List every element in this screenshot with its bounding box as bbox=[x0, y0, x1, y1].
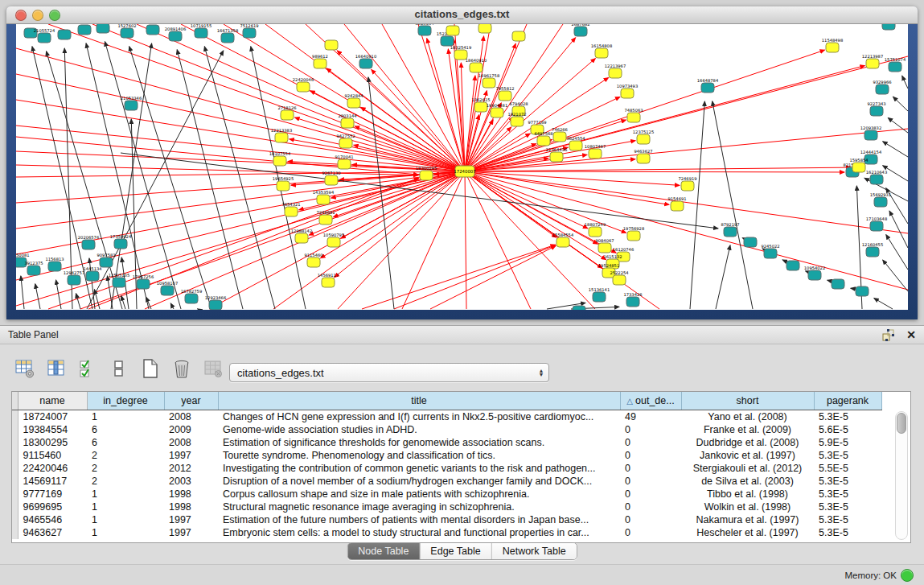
network-node[interactable] bbox=[470, 63, 483, 72]
delete-trash-icon[interactable] bbox=[171, 358, 192, 379]
network-node[interactable] bbox=[277, 181, 290, 191]
cell-year[interactable]: 2012 bbox=[164, 462, 218, 475]
network-node[interactable] bbox=[341, 118, 354, 128]
cell-name[interactable]: 22420046 bbox=[18, 462, 87, 475]
network-node[interactable] bbox=[209, 300, 222, 310]
network-canvas[interactable]: 2105572410653287152760284661602089140610… bbox=[16, 24, 908, 310]
float-panel-icon[interactable] bbox=[881, 328, 895, 342]
cell-name[interactable]: 9463627 bbox=[18, 526, 87, 539]
column-header-name[interactable]: name bbox=[18, 392, 87, 410]
network-node[interactable] bbox=[627, 113, 640, 122]
cell-in_degree[interactable]: 1 bbox=[87, 526, 164, 539]
cell-out_degree[interactable]: 0 bbox=[620, 501, 681, 513]
table-row[interactable]: 1830029562008Estimation of significance … bbox=[12, 436, 881, 449]
cell-short[interactable]: Nakamura et al. (1997) bbox=[681, 513, 814, 526]
cell-name[interactable]: 19384554 bbox=[18, 423, 87, 436]
tab-network-table[interactable]: Network Table bbox=[492, 543, 577, 559]
network-node[interactable] bbox=[826, 43, 839, 52]
cell-year[interactable]: 1998 bbox=[164, 501, 218, 513]
cell-out_degree[interactable]: 0 bbox=[620, 513, 681, 526]
network-node[interactable] bbox=[273, 156, 286, 166]
cell-pagerank[interactable]: 5.3E-5 bbox=[814, 449, 881, 462]
network-node[interactable] bbox=[589, 227, 602, 237]
window-titlebar[interactable]: citations_edges.txt bbox=[6, 6, 918, 24]
table-row[interactable]: 977716911998Corpus callosum shape and si… bbox=[12, 488, 881, 501]
network-node[interactable] bbox=[146, 25, 159, 35]
network-node[interactable] bbox=[420, 171, 433, 180]
cell-pagerank[interactable]: 5.3E-5 bbox=[814, 475, 881, 488]
cell-pagerank[interactable]: 5.3E-5 bbox=[814, 526, 881, 539]
network-node[interactable] bbox=[637, 154, 650, 163]
cell-in_degree[interactable]: 1 bbox=[87, 513, 164, 526]
network-node[interactable] bbox=[856, 286, 869, 296]
network-node[interactable] bbox=[317, 195, 330, 204]
network-node[interactable] bbox=[418, 26, 431, 35]
network-node[interactable] bbox=[874, 197, 887, 207]
cell-in_degree[interactable]: 2 bbox=[87, 475, 164, 488]
network-node[interactable] bbox=[297, 82, 310, 92]
cell-title[interactable]: Estimation of the future numbers of pati… bbox=[218, 513, 620, 526]
network-node[interactable] bbox=[808, 270, 821, 280]
cell-title[interactable]: Estimation of significance thresholds fo… bbox=[218, 436, 620, 449]
scrollbar-thumb[interactable] bbox=[897, 413, 906, 434]
cell-pagerank[interactable]: 5.3E-5 bbox=[814, 513, 881, 526]
cell-name[interactable]: 18300295 bbox=[18, 436, 87, 449]
network-node[interactable] bbox=[744, 237, 757, 247]
network-node[interactable] bbox=[786, 261, 799, 270]
cell-pagerank[interactable]: 5.3E-5 bbox=[814, 410, 881, 424]
cell-pagerank[interactable]: 5.3E-5 bbox=[814, 488, 881, 501]
network-node[interactable] bbox=[281, 110, 294, 120]
network-node[interactable] bbox=[319, 215, 332, 225]
cell-title[interactable]: Corpus callosum shape and size in male p… bbox=[218, 488, 620, 501]
cell-short[interactable]: Hescheler et al. (1997) bbox=[681, 526, 814, 539]
cell-in_degree[interactable]: 1 bbox=[87, 410, 164, 424]
network-node[interactable] bbox=[325, 175, 338, 185]
network-node[interactable] bbox=[609, 68, 622, 78]
column-header-pagerank[interactable]: pagerank bbox=[814, 392, 881, 410]
network-node[interactable] bbox=[870, 175, 883, 184]
table-row[interactable]: 946362711997Embryonic stem cells: a mode… bbox=[12, 526, 881, 539]
cell-in_degree[interactable]: 6 bbox=[87, 423, 164, 436]
cell-name[interactable]: 9465546 bbox=[18, 513, 87, 526]
cell-year[interactable]: 1998 bbox=[164, 488, 218, 501]
memory-status-indicator[interactable] bbox=[901, 569, 914, 582]
close-window-button[interactable] bbox=[15, 10, 27, 21]
table-row[interactable]: 969969511998Structural magnetic resonanc… bbox=[12, 501, 881, 513]
network-node[interactable] bbox=[325, 40, 338, 50]
cell-short[interactable]: de Silva et al. (2003) bbox=[681, 475, 814, 488]
cell-name[interactable]: 18724007 bbox=[18, 410, 87, 424]
network-node[interactable] bbox=[876, 84, 889, 94]
network-node[interactable] bbox=[307, 257, 320, 267]
cell-title[interactable]: Changes of HCN gene expression and I(f) … bbox=[218, 410, 620, 424]
cell-name[interactable]: 9699695 bbox=[18, 501, 87, 513]
network-node[interactable] bbox=[314, 59, 326, 68]
cell-year[interactable]: 1997 bbox=[164, 449, 218, 462]
cell-short[interactable]: Dudbridge et al. (2008) bbox=[681, 436, 814, 449]
network-node[interactable] bbox=[359, 59, 372, 68]
network-node[interactable] bbox=[86, 271, 99, 281]
network-node[interactable] bbox=[598, 243, 611, 253]
network-node[interactable] bbox=[221, 33, 234, 43]
network-node[interactable] bbox=[169, 31, 182, 41]
cell-pagerank[interactable]: 5.5E-5 bbox=[814, 462, 881, 475]
cell-year[interactable]: 1997 bbox=[164, 513, 218, 526]
cell-pagerank[interactable]: 5.9E-5 bbox=[814, 436, 881, 449]
network-node[interactable] bbox=[38, 33, 51, 43]
network-node[interactable] bbox=[339, 138, 352, 148]
network-node[interactable] bbox=[550, 152, 563, 162]
tab-node-table[interactable]: Node Table bbox=[347, 543, 420, 559]
network-node[interactable] bbox=[512, 31, 525, 41]
network-node[interactable] bbox=[113, 278, 125, 287]
select-all-checks-icon[interactable] bbox=[77, 358, 98, 379]
show-columns-icon[interactable] bbox=[46, 358, 67, 379]
cell-year[interactable]: 2003 bbox=[164, 475, 218, 488]
cell-title[interactable]: Structural magnetic resonance image aver… bbox=[218, 501, 620, 513]
cell-year[interactable]: 1997 bbox=[164, 526, 218, 539]
cell-year[interactable]: 2008 bbox=[164, 436, 218, 449]
network-node[interactable] bbox=[347, 98, 360, 108]
network-node[interactable] bbox=[78, 25, 91, 35]
cell-title[interactable]: Genome-wide association studies in ADHD. bbox=[218, 423, 620, 436]
network-node[interactable] bbox=[864, 130, 877, 140]
cell-short[interactable]: Yano et al. (2008) bbox=[681, 410, 814, 424]
cell-short[interactable]: Stergiakouli et al. (2012) bbox=[681, 462, 814, 475]
